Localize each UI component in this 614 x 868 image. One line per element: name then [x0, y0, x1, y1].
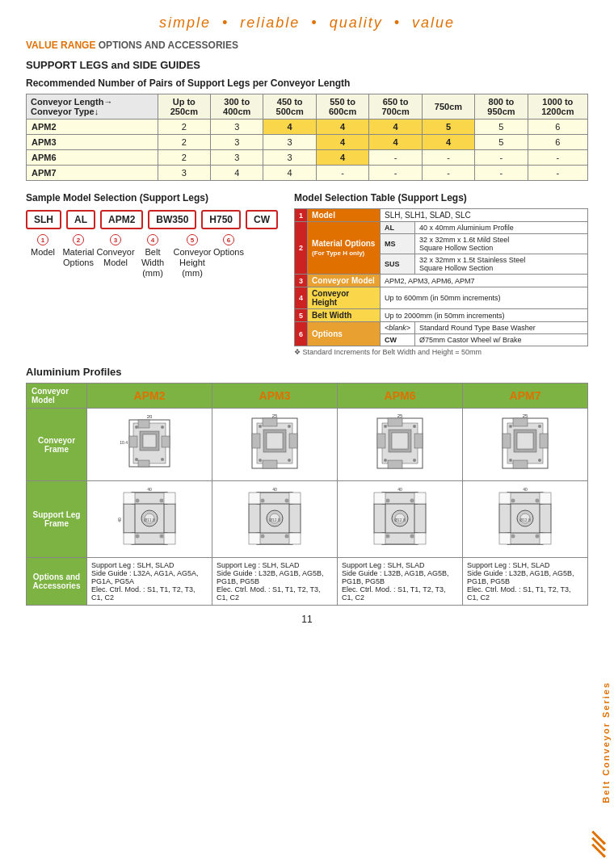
svg-text:40: 40 [523, 487, 528, 492]
label-4: 4 Belt Width (mm) [134, 234, 171, 279]
svg-rect-60 [124, 533, 135, 544]
options-accessories-row: Options andAccessories Support Leg : SLH… [27, 558, 588, 606]
svg-rect-54 [124, 504, 135, 533]
svg-rect-72 [249, 504, 260, 533]
table-title: Recommended Number of Pairs of Support L… [26, 78, 588, 89]
svg-rect-76 [249, 493, 260, 504]
svg-rect-17 [289, 434, 297, 448]
table-row: APM6 2 3 3 4 - - - - [27, 150, 588, 166]
apm7-leg-svg: 40 Ø12.8 [485, 486, 566, 551]
model-number-labels: 1 Model 2 Material Options 3 Conveyor Mo… [26, 234, 278, 279]
support-table: Conveyor Length→Conveyor Type↓ Up to250c… [26, 94, 588, 181]
th-650-700: 650 to700cm [369, 94, 422, 120]
svg-point-23 [288, 459, 291, 462]
svg-rect-79 [289, 533, 301, 544]
th-conveyor-type: Conveyor Length→Conveyor Type↓ [27, 94, 158, 120]
support-legs-title: SUPPORT LEGS and SIDE GUIDES [26, 59, 588, 71]
label-3: 3 Conveyor Model [97, 234, 134, 268]
apm3-leg: 40 Ø12.8 [212, 481, 338, 558]
svg-text:25: 25 [523, 413, 528, 418]
svg-point-7 [161, 426, 164, 429]
sel-row-belt-width: 4 Conveyor Height Up to 600mm (in 50mm i… [295, 287, 588, 309]
svg-text:40: 40 [117, 518, 122, 522]
svg-rect-4 [138, 420, 149, 428]
model-apm6: APM6 [27, 150, 158, 166]
svg-point-46 [509, 425, 512, 428]
svg-rect-5 [138, 460, 149, 467]
apm3-frame-svg: 25 [234, 413, 315, 474]
model-apm2: APM2 [27, 120, 158, 135]
conveyor-frame-row: ConveyorFrame [27, 409, 588, 481]
svg-rect-96 [414, 533, 426, 544]
alum-header-row: ConveyorModel APM2 APM3 APM6 APM7 [27, 384, 588, 409]
support-leg-row: Support LegFrame [27, 481, 588, 558]
svg-point-64 [136, 499, 140, 503]
svg-rect-107 [540, 504, 551, 533]
apm3-leg-svg: 40 Ø12.8 [234, 486, 315, 551]
svg-point-101 [386, 535, 390, 539]
svg-point-33 [384, 425, 387, 428]
svg-point-82 [261, 499, 265, 503]
th-300-400: 300 to400cm [211, 94, 263, 120]
svg-point-20 [259, 425, 262, 428]
sel-row-conveyor-model: 3 Conveyor Model APM2, APM3, APM6, APM7 [295, 275, 588, 287]
svg-text:Ø11.8: Ø11.8 [144, 518, 155, 522]
svg-rect-42 [503, 434, 511, 448]
svg-point-47 [538, 425, 541, 428]
model-box-bw350: BW350 [148, 210, 196, 229]
svg-rect-25 [267, 433, 283, 449]
sel-row-material-header: 2 Material Options(For Type H only) AL 4… [295, 222, 588, 234]
svg-point-49 [538, 459, 541, 462]
th-550-600: 550 to600cm [316, 94, 368, 120]
svg-text:40: 40 [397, 487, 402, 492]
svg-rect-11 [143, 434, 156, 447]
svg-point-65 [160, 499, 164, 503]
svg-point-119 [536, 535, 540, 539]
chevrons [590, 837, 608, 852]
svg-rect-77 [289, 493, 301, 504]
svg-rect-30 [414, 434, 423, 448]
apm2-options: Support Leg : SLH, SLAD Side Guide : L32… [87, 558, 212, 606]
th-conveyor-model: ConveyorModel [27, 384, 87, 409]
svg-rect-44 [513, 418, 528, 426]
apm6-frame-svg: 25 [360, 413, 440, 474]
svg-point-116 [511, 499, 515, 503]
svg-rect-113 [540, 533, 551, 544]
tagline: simple • reliable • quality • value [26, 15, 588, 31]
apm2-frame-svg: 20 10.4 [109, 413, 190, 474]
label-5: 5 Conveyor Height (mm) [171, 234, 213, 279]
svg-rect-95 [374, 533, 385, 544]
svg-rect-106 [499, 504, 511, 533]
model-code-row: SLH AL APM2 BW350 H750 CW [26, 210, 278, 229]
page-number: 11 [26, 614, 588, 625]
model-apm3: APM3 [27, 135, 158, 150]
support-leg-label: Support LegFrame [27, 481, 87, 558]
svg-point-6 [135, 426, 138, 429]
svg-rect-58 [124, 493, 135, 504]
th-1000-1200: 1000 to1200cm [528, 94, 587, 120]
svg-text:25: 25 [272, 413, 278, 418]
svg-text:20: 20 [147, 414, 153, 419]
table-row: APM7 3 4 4 - - - - - [27, 166, 588, 181]
svg-rect-51 [517, 433, 533, 449]
svg-text:25: 25 [397, 413, 403, 418]
model-box-cw: CW [246, 210, 278, 229]
model-selection-section: Model Selection Table (Support Legs) 1 M… [294, 192, 588, 356]
svg-rect-55 [164, 504, 175, 533]
aluminium-table: ConveyorModel APM2 APM3 APM6 APM7 Convey… [26, 383, 588, 606]
svg-text:Ø12.8: Ø12.8 [394, 518, 406, 522]
svg-text:Ø12.8: Ø12.8 [269, 518, 280, 522]
svg-point-84 [261, 535, 265, 539]
sample-model-section: Sample Model Selection (Support Legs) SL… [26, 192, 278, 356]
section-title-orange: VALUE RANGE [26, 40, 95, 51]
svg-rect-2 [129, 436, 137, 447]
apm2-frame: 20 10.4 [87, 409, 212, 481]
svg-point-9 [161, 458, 164, 461]
options-label: Options andAccessories [27, 558, 87, 606]
th-800-950: 800 to950cm [475, 94, 528, 120]
svg-rect-110 [499, 493, 511, 504]
th-450-500: 450 to500cm [263, 94, 316, 120]
svg-rect-89 [374, 504, 385, 533]
model-box-slh: SLH [26, 210, 61, 229]
svg-rect-59 [164, 493, 175, 504]
